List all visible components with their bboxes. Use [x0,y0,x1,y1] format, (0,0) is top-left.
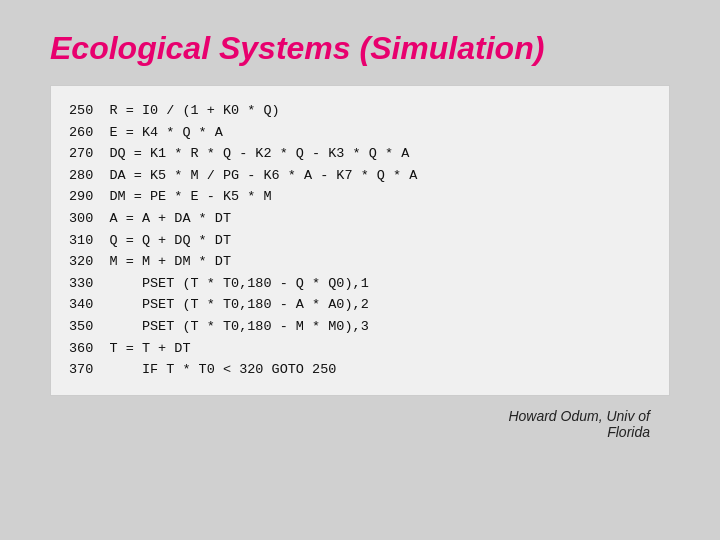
attribution: Howard Odum, Univ of Florida [50,408,670,440]
page-title: Ecological Systems (Simulation) [50,30,670,67]
code-line: 280 DA = K5 * M / PG - K6 * A - K7 * Q *… [69,165,651,187]
code-line: 330 PSET (T * T0,180 - Q * Q0),1 [69,273,651,295]
code-line: 370 IF T * T0 < 320 GOTO 250 [69,359,651,381]
code-line: 360 T = T + DT [69,338,651,360]
code-line: 340 PSET (T * T0,180 - A * A0),2 [69,294,651,316]
code-line: 310 Q = Q + DQ * DT [69,230,651,252]
attribution-line2: Florida [607,424,650,440]
code-line: 250 R = I0 / (1 + K0 * Q) [69,100,651,122]
code-line: 260 E = K4 * Q * A [69,122,651,144]
code-line: 300 A = A + DA * DT [69,208,651,230]
code-line: 290 DM = PE * E - K5 * M [69,186,651,208]
code-line: 320 M = M + DM * DT [69,251,651,273]
code-line: 350 PSET (T * T0,180 - M * M0),3 [69,316,651,338]
code-line: 270 DQ = K1 * R * Q - K2 * Q - K3 * Q * … [69,143,651,165]
attribution-line1: Howard Odum, Univ of [508,408,650,424]
code-block: 250 R = I0 / (1 + K0 * Q)260 E = K4 * Q … [50,85,670,396]
